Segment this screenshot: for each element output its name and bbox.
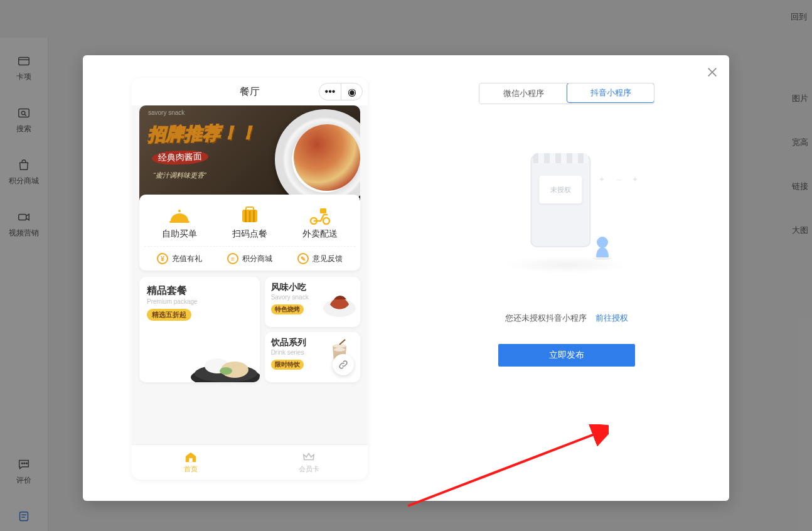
phone-nav-member[interactable]: 会员卡	[250, 445, 368, 480]
home-icon	[184, 451, 198, 463]
unauthorized-badge: 未授权	[539, 176, 582, 203]
hero-title: 招牌推荐！！	[148, 121, 258, 146]
promo-row: 精品套餐 Premium package 精选五折起 风味小吃 Savory s…	[139, 277, 360, 382]
publish-modal: 餐厅 ••• ◉ savory snack 招牌推荐！！ 经典肉酱面 “蜜汁调料…	[83, 55, 729, 501]
svg-rect-14	[246, 207, 254, 210]
svg-rect-13	[253, 210, 255, 222]
promo-title: 精品套餐	[147, 284, 252, 298]
promo-tag: 特色烧烤	[271, 304, 304, 314]
hero-note: “蜜汁调料味更香”	[153, 171, 206, 180]
suitcase-icon	[237, 205, 262, 226]
link-bubble[interactable]	[333, 354, 354, 375]
promo-tag: 精选五折起	[147, 309, 191, 321]
empty-illustration: ✦ ～ ✦ 未授权	[485, 149, 648, 281]
nav-points-mall[interactable]: ≡ 积分商城	[227, 253, 272, 264]
promo-tag: 限时特饮	[271, 360, 304, 370]
svg-rect-9	[178, 210, 181, 212]
phone-header: 餐厅 ••• ◉	[132, 78, 368, 105]
target-icon[interactable]: ◉	[341, 83, 362, 100]
svg-point-22	[220, 367, 232, 375]
noodles-graphic	[294, 124, 360, 191]
nav-self-checkout[interactable]: 自助买单	[162, 205, 197, 240]
tab-douyin[interactable]: 抖音小程序	[567, 83, 654, 103]
svg-rect-26	[189, 458, 192, 462]
scooter-icon	[307, 205, 333, 226]
link-icon	[338, 359, 349, 370]
svg-rect-12	[249, 210, 251, 222]
capsule-button[interactable]: ••• ◉	[319, 83, 363, 100]
authorize-link[interactable]: 前往授权	[596, 313, 628, 323]
promo-sub: Premium package	[147, 298, 252, 305]
pen-icon: ✎	[297, 253, 309, 264]
platform-segment: 微信小程序 抖音小程序	[479, 83, 654, 104]
svg-point-28	[597, 237, 608, 248]
nav-feedback[interactable]: ✎ 意见反馈	[297, 253, 343, 264]
svg-rect-8	[169, 221, 190, 223]
nav-delivery[interactable]: 外卖配送	[302, 205, 338, 240]
svg-rect-11	[245, 210, 247, 222]
svg-point-16	[323, 218, 329, 224]
hero-brand: savory snack	[148, 109, 184, 116]
phone-frame: 餐厅 ••• ◉ savory snack 招牌推荐！！ 经典肉酱面 “蜜汁调料…	[132, 78, 368, 480]
phone-bottom-nav: 首页 会员卡	[132, 444, 368, 480]
nav-card: 自助买单 扫码点餐	[139, 195, 360, 271]
publish-button[interactable]: 立即发布	[498, 344, 635, 367]
stack-icon: ≡	[227, 253, 238, 264]
hero-subtitle: 经典肉酱面	[152, 149, 209, 165]
phone-preview: 餐厅 ••• ◉ savory snack 招牌推荐！！ 经典肉酱面 “蜜汁调料…	[83, 55, 404, 501]
nav-scan-order[interactable]: 扫码点餐	[232, 205, 267, 240]
publish-panel: 微信小程序 抖音小程序 ✦ ～ ✦ 未授权 您还未授权抖音小程序 前往授权 立即…	[404, 55, 729, 501]
yen-icon: ¥	[157, 253, 168, 264]
svg-rect-17	[320, 208, 326, 213]
dome-icon	[167, 205, 192, 226]
auth-text: 您还未授权抖音小程序 前往授权	[505, 313, 628, 324]
nav-recharge[interactable]: ¥ 充值有礼	[157, 253, 202, 264]
tab-wechat[interactable]: 微信小程序	[479, 83, 567, 104]
modal-overlay: 餐厅 ••• ◉ savory snack 招牌推荐！！ 经典肉酱面 “蜜汁调料…	[0, 0, 812, 531]
phone-title: 餐厅	[240, 85, 260, 99]
figure-icon	[590, 233, 614, 260]
promo-snack[interactable]: 风味小吃 Savory snack 特色烧烤	[265, 277, 360, 327]
crown-icon	[302, 451, 316, 463]
svg-point-27	[594, 257, 611, 260]
promo-premium[interactable]: 精品套餐 Premium package 精选五折起	[139, 277, 260, 382]
bbq-graphic	[321, 283, 358, 318]
more-icon[interactable]: •••	[319, 83, 341, 100]
svg-point-25	[334, 348, 345, 351]
phone-nav-home[interactable]: 首页	[132, 445, 250, 480]
dish-graphic	[188, 345, 260, 382]
